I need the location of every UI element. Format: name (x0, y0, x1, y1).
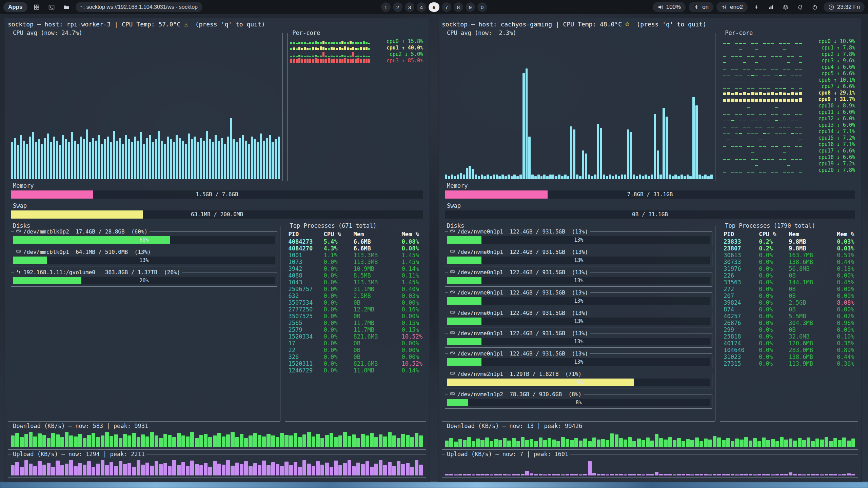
chart-bar (338, 435, 342, 447)
chart-bar (209, 139, 211, 179)
chart-bar (276, 437, 279, 447)
process-row: 40842735.4%6.6MB0.08% (289, 238, 422, 245)
workspace-button-0[interactable]: 0 (477, 2, 487, 12)
spark-bar (743, 134, 746, 134)
spark-bar (775, 159, 778, 160)
chart-bar (606, 176, 608, 179)
chart-bars-icon[interactable] (765, 2, 777, 12)
workspace-button-2[interactable]: 2 (393, 2, 402, 12)
workspace-button-6[interactable]: 6 (429, 2, 439, 12)
chart-bar (65, 139, 67, 179)
spark-bar (747, 56, 750, 57)
spark-bar (779, 63, 782, 63)
core-row-cpu12: cpu12 ↓ 6.0% (723, 115, 855, 122)
network-widget[interactable]: eno2 (716, 2, 748, 12)
spark-bar (763, 166, 766, 166)
speaker-icon (657, 4, 664, 10)
mem-cell: 5.5MB (789, 313, 837, 320)
core-row-cpu10: cpu10 ↓ 8.9% (723, 102, 855, 109)
layers-icon[interactable] (780, 2, 791, 12)
cpu-cell: 0.0% (759, 353, 789, 360)
chart-bar (258, 465, 261, 475)
window-icon[interactable] (31, 2, 42, 12)
chart-bar (62, 135, 64, 179)
bolt-icon[interactable] (751, 2, 762, 12)
download-panel: Download (KB/s) — now: 13 | peak: 99426 (442, 426, 858, 450)
window-title-pill[interactable]: ~: socktop ws://192.168.1.104:3031/ws - … (76, 2, 202, 12)
spark-bar (795, 172, 798, 172)
core-sparkline (723, 52, 802, 57)
mem-cell: 11.0MB (354, 367, 402, 374)
volume-widget[interactable]: 100% (653, 2, 686, 12)
network-disk-icon (16, 269, 21, 276)
workspace-button-9[interactable]: 9 (466, 2, 475, 12)
folder-icon[interactable] (61, 2, 72, 12)
mem-cell: 8.5MB (354, 272, 402, 279)
terminal-window-left[interactable]: socktop — host: rpi-worker-3 | CPU Temp:… (4, 18, 430, 482)
spark-bar (743, 62, 746, 63)
chart-bar (522, 73, 525, 179)
core-row-cpu1: cpu1 ↑ 7.8% (723, 44, 855, 51)
terminal-window-right[interactable]: socktop — host: cachyos-gaming | CPU Tem… (438, 18, 862, 482)
spark-bar (759, 140, 762, 140)
mem-cell: 0B (354, 340, 402, 347)
chart-bar (600, 128, 602, 179)
mem-cell: 6.6MB (354, 238, 402, 245)
spark-bar (328, 58, 330, 63)
spark-bar (357, 48, 359, 50)
spark-bar (352, 47, 354, 50)
spark-bar (779, 99, 782, 102)
workspace-button-1[interactable]: 1 (381, 2, 391, 12)
workspace-button-7[interactable]: 7 (442, 2, 451, 12)
workspace-button-3[interactable]: 3 (405, 2, 414, 12)
chart-bar (579, 176, 581, 179)
bell-icon[interactable] (794, 2, 806, 12)
chart-bar (383, 436, 387, 447)
panel-title: Memory (445, 183, 469, 189)
chart-bar (170, 139, 172, 179)
pid-cell: 30733 (724, 259, 759, 265)
apps-button[interactable]: Apps (3, 2, 27, 12)
power-icon[interactable] (809, 2, 821, 12)
chart-bar (190, 432, 194, 447)
mem-pct-cell: 0.96% (837, 320, 854, 326)
chart-bar (526, 68, 528, 179)
bluetooth-widget[interactable]: on (689, 2, 713, 12)
chart-bar (609, 175, 611, 179)
chart-bar (119, 438, 122, 448)
spark-bar (307, 59, 309, 63)
terminal-icon[interactable] (46, 2, 57, 12)
panel-title: Per-core (291, 30, 322, 36)
spark-bar (312, 56, 314, 57)
spark-bar (767, 76, 770, 76)
mem-cell: 138.6MB (789, 259, 837, 265)
spark-bar (799, 159, 802, 160)
clock-widget[interactable]: 23:32 Fri (824, 2, 865, 12)
spark-bar (779, 75, 782, 76)
chart-bar (601, 439, 605, 447)
spark-bar (799, 98, 802, 102)
spark-bar (755, 49, 758, 50)
pid-cell: 3942 (289, 265, 324, 272)
spark-bar (759, 56, 762, 57)
spark-bar (799, 69, 802, 69)
core-row-cpu0: cpu0 ↑ 15.8% (290, 38, 423, 44)
chart-bar (530, 473, 533, 475)
chart-bar (531, 175, 534, 179)
chart-bar (657, 150, 659, 179)
spark-bar (771, 134, 774, 134)
workspace-button-8[interactable]: 8 (454, 2, 463, 12)
workspace-button-4[interactable]: 4 (417, 2, 426, 12)
spark-bar (751, 159, 754, 160)
spark-bar (767, 108, 770, 108)
spark-bar (366, 56, 368, 57)
spark-bar (759, 82, 762, 82)
chart-bar (15, 462, 19, 475)
chart-bar (513, 175, 516, 179)
spark-bar (799, 76, 802, 76)
spark-bar (357, 42, 359, 44)
chart-bar (592, 473, 596, 476)
chart-bar (14, 138, 16, 179)
chart-bar (494, 474, 498, 475)
disk-gauge-label: 13% (447, 277, 710, 284)
